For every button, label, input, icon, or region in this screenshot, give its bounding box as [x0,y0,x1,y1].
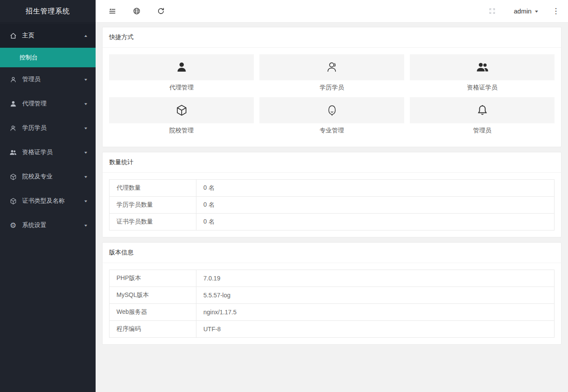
stat-value: 0 名 [196,180,555,197]
shortcut-label: 专业管理 [259,127,404,135]
table-row: PHP版本 7.0.19 [110,270,555,287]
version-value: 7.0.19 [196,270,555,287]
stat-label: 证书学员数量 [110,214,196,231]
user-dropdown[interactable]: admin ▼ [502,0,546,23]
version-label: PHP版本 [110,270,196,287]
shortcut-label: 管理员 [410,127,555,135]
version-value: 5.5.57-log [196,287,555,304]
caret-down-icon: ▼ [83,151,88,155]
stats-table: 代理数量 0 名 学历学员数量 0 名 证书学员数量 0 名 [109,179,555,231]
version-label: MySQL版本 [110,287,196,304]
username: admin [514,7,531,15]
sidebar-item-agents[interactable]: 代理管理 ▼ [0,92,96,116]
shortcut-agents[interactable]: 代理管理 [109,54,254,97]
bell-icon [410,97,555,123]
user-outline-icon [9,75,17,84]
caret-down-icon: ▼ [534,9,539,13]
user-outline-icon [9,124,17,132]
user-filled-icon [109,54,254,80]
caret-up-icon: ▲ [83,34,88,38]
table-row: 程序编码 UTF-8 [110,321,555,338]
sidebar-item-label: 管理员 [22,76,40,83]
table-row: 证书学员数量 0 名 [110,214,555,231]
shortcuts-card: 快捷方式 代理管理 学历学员 [102,27,561,147]
users-filled-icon [9,148,17,157]
main-content: 快捷方式 代理管理 学历学员 [96,0,568,356]
sidebar-item-cert-types[interactable]: 证书类型及名称 ▼ [0,189,96,213]
stat-value: 0 名 [196,197,555,214]
sidebar-item-degree-students[interactable]: 学历学员 ▼ [0,116,96,140]
sidebar-menu: 主页 ▲ 控制台 管理员 ▼ 代理管理 ▼ 学历学员 ▼ [0,23,96,237]
stat-label: 代理数量 [110,180,196,197]
sidebar-item-label: 学历学员 [22,124,47,132]
sidebar-item-console[interactable]: 控制台 [0,48,96,67]
user-filled-icon [9,99,17,108]
version-label: 程序编码 [110,321,196,338]
caret-down-icon: ▼ [83,199,88,203]
fullscreen-icon[interactable] [482,0,502,23]
topbar-right: admin ▼ ⋮ [482,0,568,23]
cube-icon [9,172,17,181]
sidebar-item-cert-students[interactable]: 资格证学员 ▼ [0,140,96,165]
version-table: PHP版本 7.0.19 MySQL版本 5.5.57-log Web服务器 n… [109,270,555,338]
version-card: 版本信息 PHP版本 7.0.19 MySQL版本 5.5.57-log Web… [102,242,561,345]
caret-down-icon: ▼ [83,102,88,106]
shortcuts-grid: 代理管理 学历学员 资格证学员 [109,54,555,140]
shortcut-schools[interactable]: 院校管理 [109,97,254,140]
caret-down-icon: ▼ [83,224,88,227]
sidebar: 招生管理系统 主页 ▲ 控制台 管理员 ▼ 代理管理 ▼ [0,0,96,392]
sidebar-item-admins[interactable]: 管理员 ▼ [0,67,96,92]
app-title: 招生管理系统 [0,0,96,23]
shortcut-label: 代理管理 [109,84,254,92]
shortcut-label: 院校管理 [109,127,254,135]
shortcut-degree-students[interactable]: 学历学员 [259,54,404,97]
user-outline-icon [259,54,404,80]
sidebar-item-label: 系统设置 [22,221,47,229]
stat-value: 0 名 [196,214,555,231]
sidebar-item-label: 证书类型及名称 [22,197,65,205]
gear-icon: ⚙ [9,221,17,230]
sidebar-item-label: 代理管理 [22,100,47,108]
caret-down-icon: ▼ [83,78,88,82]
collapse-menu-icon[interactable] [100,0,124,23]
shortcut-label: 学历学员 [259,84,404,92]
topbar: admin ▼ ⋮ [96,0,568,23]
table-row: Web服务器 nginx/1.17.5 [110,304,555,321]
version-value: nginx/1.17.5 [196,304,555,321]
home-icon [9,31,17,40]
cube-icon [109,97,254,123]
caret-down-icon: ▼ [83,126,88,130]
users-filled-icon [410,54,555,80]
comment-icon [259,97,404,123]
sidebar-item-settings[interactable]: ⚙ 系统设置 ▼ [0,213,96,237]
cube-icon [9,197,17,205]
shortcut-majors[interactable]: 专业管理 [259,97,404,140]
stats-card-title: 数量统计 [103,152,561,173]
sidebar-item-label: 资格证学员 [22,148,53,156]
version-value: UTF-8 [196,321,555,338]
table-row: MySQL版本 5.5.57-log [110,287,555,304]
shortcut-admins[interactable]: 管理员 [410,97,555,140]
table-row: 代理数量 0 名 [110,180,555,197]
shortcut-cert-students[interactable]: 资格证学员 [410,54,555,97]
kebab-menu-icon[interactable]: ⋮ [546,0,565,23]
stat-label: 学历学员数量 [110,197,196,214]
sidebar-item-schools-majors[interactable]: 院校及专业 ▼ [0,165,96,189]
topbar-left [96,0,173,23]
version-label: Web服务器 [110,304,196,321]
sidebar-item-label: 院校及专业 [22,173,53,181]
sidebar-item-label: 主页 [22,32,34,40]
shortcuts-card-title: 快捷方式 [103,27,561,48]
shortcut-label: 资格证学员 [410,84,555,92]
version-card-title: 版本信息 [103,243,561,263]
table-row: 学历学员数量 0 名 [110,197,555,214]
stats-card: 数量统计 代理数量 0 名 学历学员数量 0 名 证书学员数量 0 名 [102,152,561,237]
refresh-icon[interactable] [149,0,173,23]
sidebar-item-home[interactable]: 主页 ▲ [0,23,96,48]
caret-down-icon: ▼ [83,175,88,179]
globe-icon[interactable] [124,0,149,23]
